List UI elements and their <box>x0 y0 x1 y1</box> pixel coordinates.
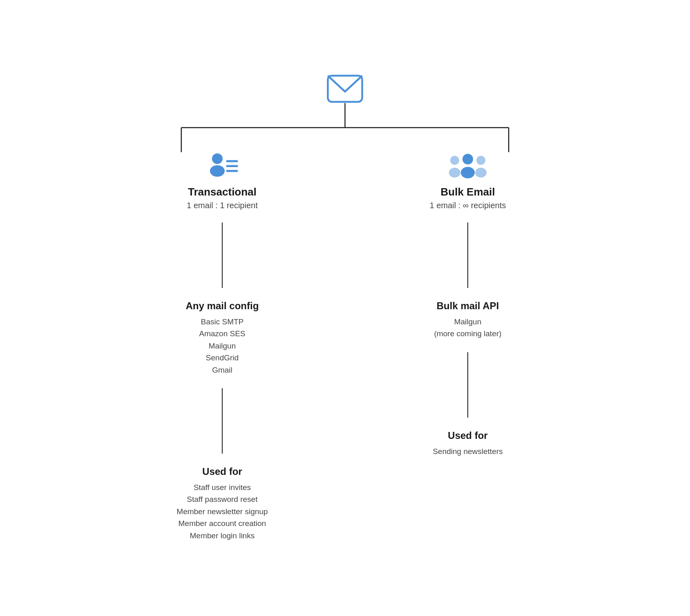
svg-point-11 <box>449 168 460 178</box>
transactional-column: Transactional 1 email : 1 recipient Any … <box>124 152 320 542</box>
bulk-subtitle: 1 email : ∞ recipients <box>430 201 506 210</box>
diagram: Transactional 1 email : 1 recipient Any … <box>99 74 591 542</box>
bulk-line-1 <box>467 223 468 288</box>
transactional-bottom-item-3: Member account creation <box>178 517 266 529</box>
transactional-mid-title: Any mail config <box>186 300 259 312</box>
transactional-bottom-item-4: Member login links <box>190 530 255 542</box>
transactional-subtitle: 1 email : 1 recipient <box>187 201 257 210</box>
transactional-bottom-item-1: Staff password reset <box>187 493 258 505</box>
bulk-line-2 <box>467 352 468 418</box>
svg-point-6 <box>210 165 225 177</box>
transactional-line-1 <box>222 223 223 288</box>
svg-point-13 <box>475 168 487 178</box>
bulk-mid-item-1: (more coming later) <box>434 328 502 339</box>
transactional-bottom-section: Used for Staff user invites Staff passwo… <box>177 466 268 542</box>
top-connector <box>99 103 591 152</box>
transactional-mid-item-0: Basic SMTP <box>201 316 244 328</box>
transactional-bottom-item-2: Member newsletter signup <box>177 506 268 517</box>
bulk-column: Bulk Email 1 email : ∞ recipients Bulk m… <box>370 152 566 542</box>
top-email-icon <box>327 74 363 103</box>
bulk-mid-section: Bulk mail API Mailgun (more coming later… <box>434 300 502 340</box>
transactional-title: Transactional <box>188 186 257 198</box>
transactional-bottom-item-0: Staff user invites <box>194 481 251 493</box>
bulk-icon <box>447 152 488 182</box>
svg-point-14 <box>462 154 473 164</box>
transactional-mid-item-3: SendGrid <box>206 352 239 364</box>
transactional-bottom-title: Used for <box>202 466 242 477</box>
transactional-mid-section: Any mail config Basic SMTP Amazon SES Ma… <box>186 300 259 376</box>
transactional-icon <box>206 152 239 182</box>
bulk-bottom-title: Used for <box>448 430 487 441</box>
transactional-mid-item-4: Gmail <box>212 364 232 376</box>
bulk-bottom-section: Used for Sending newsletters <box>433 430 503 457</box>
svg-point-5 <box>212 153 223 164</box>
bulk-mid-title: Bulk mail API <box>437 300 499 312</box>
svg-point-10 <box>450 156 459 165</box>
transactional-line-2 <box>222 388 223 454</box>
bulk-title: Bulk Email <box>441 186 495 198</box>
svg-point-15 <box>461 167 475 178</box>
bulk-mid-item-0: Mailgun <box>454 316 482 328</box>
columns: Transactional 1 email : 1 recipient Any … <box>99 152 591 542</box>
transactional-mid-item-1: Amazon SES <box>199 328 246 339</box>
transactional-mid-item-2: Mailgun <box>209 340 236 352</box>
svg-point-12 <box>476 156 485 165</box>
bulk-bottom-item-0: Sending newsletters <box>433 445 503 457</box>
